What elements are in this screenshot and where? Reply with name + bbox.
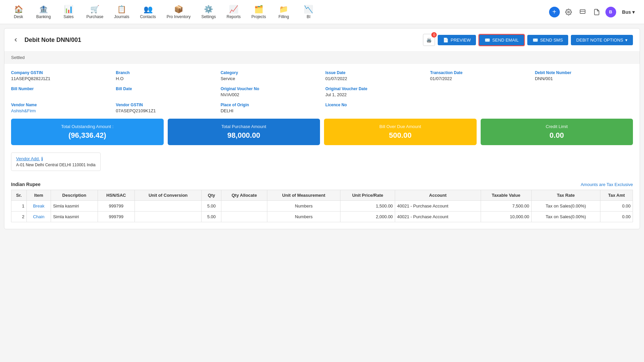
svg-point-0	[568, 11, 569, 13]
nav-filling[interactable]: 📁 Filling	[272, 3, 296, 21]
cell-tax-amt: 0.00	[600, 212, 633, 222]
user-avatar[interactable]: B	[605, 7, 616, 17]
vendor-gstin-value: 07ASEPQ2109K1Z1	[116, 108, 214, 113]
place-of-origin-label: Place of Origin	[221, 103, 319, 107]
branch-value: H.O	[116, 76, 214, 81]
original-voucher-date-value: Jul 1, 2022	[325, 92, 423, 97]
empty-field-4	[535, 103, 633, 113]
total-purchase-card: Total Purchase Amount 98,000.00	[168, 119, 320, 145]
issue-date-label: Issue Date	[325, 70, 423, 75]
line-items-table: Sr. Item Description HSN/SAC Unit of Con…	[11, 190, 633, 222]
doc-icon-btn[interactable]	[591, 7, 602, 17]
category-field: Category Service	[221, 70, 319, 81]
original-voucher-no-value: NV/A/002	[221, 92, 319, 97]
branch-label: Branch	[116, 70, 214, 75]
col-taxable-value: Taxable Value	[481, 190, 531, 201]
debit-note-number-value: DNN/001	[535, 76, 633, 81]
col-unit-measurement: Unit of Measurement	[267, 190, 340, 201]
filling-icon: 📁	[279, 5, 288, 14]
table-header: Sr. Item Description HSN/SAC Unit of Con…	[11, 190, 633, 201]
printer-icon: 🖨️	[426, 38, 432, 43]
nav-contacts[interactable]: 👥 Contacts	[135, 3, 160, 21]
nav-sales[interactable]: 📊 Sales	[57, 3, 80, 21]
cell-item[interactable]: Break	[26, 201, 51, 212]
place-of-origin-field: Place of Origin DELHI	[221, 103, 319, 113]
purchase-icon: 🛒	[90, 5, 99, 14]
original-voucher-date-label: Original Voucher Date	[325, 86, 423, 91]
send-email-button[interactable]: ✉️ SEND EMAIL	[479, 34, 525, 46]
preview-button[interactable]: 📄 PREVIEW	[438, 35, 476, 45]
cell-item[interactable]: Chain	[26, 212, 51, 222]
pro-inventory-label: Pro Inventory	[167, 14, 191, 19]
cell-unit-meas: Numbers	[267, 201, 340, 212]
cell-unit-price: 2,000.00	[340, 212, 395, 222]
nav-journals[interactable]: 📋 Journals	[109, 3, 134, 21]
table-row: 2 Chain Simla kasmiri 999799 5.00 Number…	[11, 212, 633, 222]
flag-icon-btn[interactable]	[577, 7, 588, 17]
journals-icon: 📋	[117, 5, 126, 14]
contacts-label: Contacts	[140, 14, 156, 19]
company-gstin-label: Company GSTIN	[11, 70, 109, 75]
bill-date-field: Bill Date	[116, 86, 214, 97]
desk-icon: 🏠	[14, 5, 23, 14]
col-tax-amt: Tax Amt	[600, 190, 633, 201]
nav-desk[interactable]: 🏠 Desk	[7, 3, 30, 21]
category-value: Service	[221, 76, 319, 81]
projects-label: Projects	[252, 14, 266, 19]
cell-tax-rate: Tax on Sales(0.00%)	[531, 201, 600, 212]
cell-sr: 2	[11, 212, 27, 222]
add-button[interactable]: +	[549, 7, 560, 17]
original-voucher-date-field: Original Voucher Date Jul 1, 2022	[325, 86, 423, 97]
nav-purchase[interactable]: 🛒 Purchase	[82, 3, 108, 21]
reports-icon: 📈	[229, 5, 238, 14]
licence-no-field: Licence No	[325, 103, 423, 113]
cell-qty-allocate	[221, 212, 267, 222]
journals-label: Journals	[114, 14, 129, 19]
details-grid-row3: Vendor Name Ashish&Firm Vendor GSTIN 07A…	[11, 103, 633, 113]
vendor-name-field: Vendor Name Ashish&Firm	[11, 103, 109, 113]
projects-icon: 🗂️	[254, 5, 263, 14]
table-section: Indian Rupee Amounts are Tax Exclusive S…	[4, 182, 640, 229]
original-voucher-no-label: Original Voucher No	[221, 86, 319, 91]
sales-label: Sales	[63, 14, 73, 19]
send-sms-button[interactable]: ✉️ SEND SMS	[527, 35, 568, 45]
details-grid-row2: Bill Number Bill Date Original Voucher N…	[11, 86, 633, 97]
cell-tax-rate: Tax on Sales(0.00%)	[531, 212, 600, 222]
col-item: Item	[26, 190, 51, 201]
currency-label: Indian Rupee	[11, 182, 41, 187]
bill-date-label: Bill Date	[116, 86, 214, 91]
bill-number-label: Bill Number	[11, 86, 109, 91]
cell-unit-price: 1,500.00	[340, 201, 395, 212]
nav-items: 🏠 Desk 🏦 Banking 📊 Sales 🛒 Purchase 📋 Jo…	[7, 3, 549, 21]
top-navigation: 🏠 Desk 🏦 Banking 📊 Sales 🛒 Purchase 📋 Jo…	[0, 0, 644, 24]
col-unit-conversion: Unit of Conversion	[135, 190, 202, 201]
vendor-name-label: Vendor Name	[11, 103, 109, 107]
nav-reports[interactable]: 📈 Reports	[222, 3, 246, 21]
nav-projects[interactable]: 🗂️ Projects	[247, 3, 271, 21]
bus-selector[interactable]: Bus ▾	[620, 8, 637, 16]
bill-overdue-title: Bill Over Due Amount	[329, 124, 471, 129]
purchase-label: Purchase	[86, 14, 103, 19]
nav-right: + B Bus ▾	[549, 7, 637, 17]
nav-bi[interactable]: 📉 BI	[297, 3, 320, 21]
issue-date-field: Issue Date 01/07/2022	[325, 70, 423, 81]
nav-pro-inventory[interactable]: 📦 Pro Inventory	[162, 3, 195, 21]
page-title: Debit Note DNN/001	[24, 37, 423, 44]
debit-note-options-button[interactable]: DEBIT NOTE OPTIONS ▾	[571, 35, 633, 45]
cell-tax-amt: 0.00	[600, 201, 633, 212]
vendor-gstin-field: Vendor GSTIN 07ASEPQ2109K1Z1	[116, 103, 214, 113]
credit-limit-title: Credit Limit	[486, 124, 628, 129]
nav-banking[interactable]: 🏦 Banking	[32, 3, 55, 21]
gear-icon-btn[interactable]	[563, 7, 574, 17]
place-of-origin-value: DELHI	[221, 108, 319, 113]
cell-taxable-val: 10,000.00	[481, 212, 531, 222]
vendor-address-link[interactable]: Vendor Add. ℹ	[16, 156, 96, 161]
summary-cards: Total Outstanding Amount : (96,336.42) T…	[11, 119, 633, 145]
back-button[interactable]	[11, 35, 20, 45]
total-purchase-value: 98,000.00	[173, 131, 315, 140]
cell-taxable-val: 7,500.00	[481, 201, 531, 212]
nav-settings[interactable]: ⚙️ Settings	[197, 3, 220, 21]
cell-account: 40021 - Purchase Account	[395, 201, 481, 212]
print-button[interactable]: 🖨️ 0	[423, 34, 435, 46]
col-account: Account	[395, 190, 481, 201]
